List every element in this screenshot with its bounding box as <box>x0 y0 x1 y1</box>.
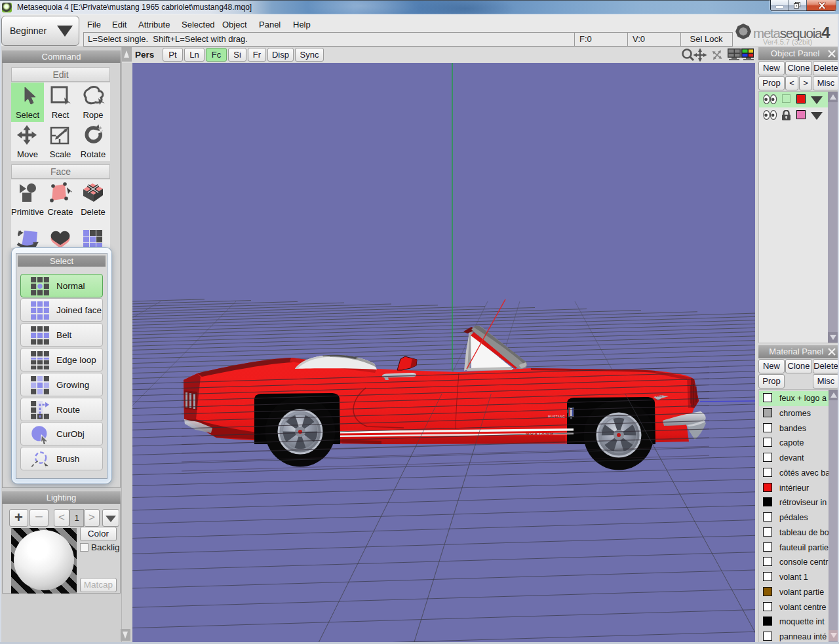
svg-text:289: 289 <box>656 394 662 398</box>
